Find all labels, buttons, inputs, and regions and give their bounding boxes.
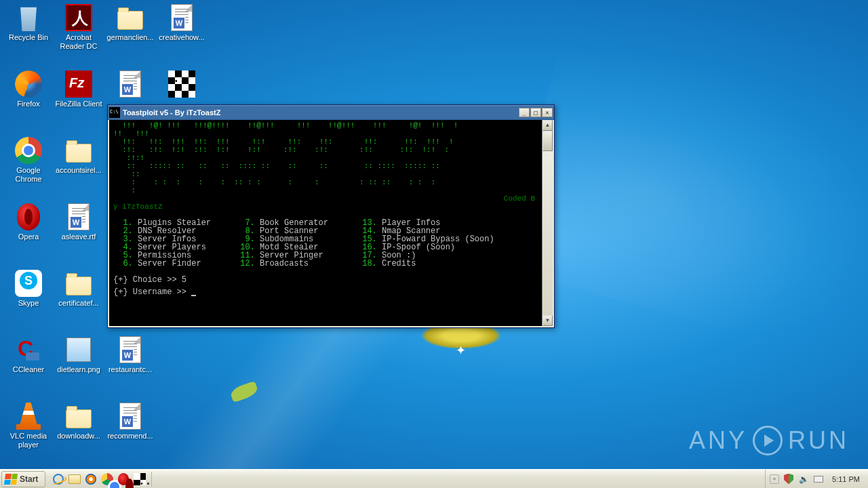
icon-label: VLC media player: [4, 432, 53, 449]
desktop-icon-chrome[interactable]: Google Chrome: [4, 137, 53, 183]
start-button[interactable]: Start: [1, 471, 45, 487]
taskbar-clock[interactable]: 5:11 PM: [828, 475, 864, 483]
windows-icon: [4, 474, 18, 485]
desktop-icon-certificatef[interactable]: certificatef...: [54, 270, 103, 308]
menu-item: 12. Broadcasts: [235, 260, 357, 268]
icon-label: Firefox: [4, 100, 53, 108]
watermark-text2: RUN: [788, 426, 849, 455]
start-label: Start: [20, 474, 38, 484]
ascii-art-line: :: ::::: :: :: :: :::: :: :: :: :: :::: …: [113, 162, 538, 170]
author-line: y iTzToastZ: [113, 203, 538, 211]
worddoc-icon: [117, 336, 144, 363]
desktop-icon-acrobat[interactable]: Acrobat Reader DC: [54, 4, 103, 50]
ascii-art-line: :!:!: [113, 154, 538, 162]
ascii-art-line: !!: !!: !!! !!: !!! !:! !!: !!: !!: !!: …: [113, 138, 538, 146]
ascii-art-line: :: [113, 186, 538, 195]
choice-prompt: {+} Choice >> 5: [113, 276, 538, 284]
ascii-art-line: : : : : : : :: : : : : : :: :: : : :: [113, 178, 538, 186]
explorer-icon: [68, 474, 81, 484]
console-scrollbar[interactable]: ▲ ▼: [542, 120, 553, 326]
icon-label: restaurantc...: [106, 365, 155, 374]
cmd-icon: [109, 107, 120, 118]
watermark-text1: ANY: [689, 426, 747, 455]
desktop-icon-checker[interactable]: [157, 70, 206, 100]
menu-item: 18. Credits: [357, 260, 493, 268]
menu-row: 6. Server Finder 12. Broadcasts 18. Cred…: [113, 260, 538, 268]
ql-wmp[interactable]: [83, 472, 98, 487]
window-title: Toastploit v5 - By iTzToastZ: [123, 108, 519, 117]
desktop-icon-recycle-bin[interactable]: Recycle Bin: [4, 4, 53, 42]
ql-chrome[interactable]: [100, 472, 115, 487]
worddoc-icon: [65, 203, 92, 230]
icon-label: Opera: [4, 232, 53, 241]
tray-shield-icon[interactable]: [783, 474, 794, 485]
close-button[interactable]: ✕: [542, 108, 553, 117]
worddoc-icon: [117, 403, 144, 430]
taskbar[interactable]: Start « 5:11 PM: [0, 469, 868, 488]
scroll-down-button[interactable]: ▼: [542, 315, 553, 326]
icon-label: asleave.rtf: [54, 232, 103, 241]
ascii-art-line: ::: [113, 170, 538, 178]
system-tray[interactable]: « 5:11 PM: [765, 470, 868, 489]
desktop-icon-skype[interactable]: Skype: [4, 270, 53, 308]
icon-label: FileZilla Client: [54, 100, 103, 108]
icon-label: creativehow...: [157, 33, 206, 42]
ascii-art-line: !!! !@! !!! !!!@!!!! !!@!!! !!! !!@!!! !…: [113, 121, 538, 129]
checker-icon: [168, 70, 195, 98]
desktop-icon-downloadw[interactable]: downloadw...: [54, 403, 103, 441]
scroll-thumb[interactable]: [542, 131, 553, 151]
desktop-icon-filezilla[interactable]: FileZilla Client: [54, 70, 103, 108]
folder-icon: [65, 403, 92, 430]
checker-icon: [134, 473, 146, 485]
icon-label: downloadw...: [54, 432, 103, 441]
username-prompt[interactable]: {+} Username >>: [113, 288, 538, 296]
desktop-icon-germanclien[interactable]: germanclien...: [106, 4, 155, 42]
ascii-art-line: :!: :!: !:! :!: !:! !:! :!: :!: :!: :!: …: [113, 146, 538, 154]
vlc-icon: [15, 403, 42, 430]
desktop-icon-opera[interactable]: Opera: [4, 203, 53, 241]
console-body[interactable]: !!! !@! !!! !!!@!!!! !!@!!! !!! !!@!!! !…: [109, 120, 553, 326]
folder-icon: [117, 4, 144, 31]
wmp-icon: [85, 474, 96, 485]
desktop-icon-recommend[interactable]: recommend...: [106, 403, 155, 441]
chrome-icon: [15, 137, 42, 164]
icon-label: dietlearn.png: [54, 365, 103, 374]
desktop-icon-ccleaner[interactable]: CCleaner: [4, 336, 53, 374]
filezilla-icon: [65, 70, 92, 98]
maximize-button[interactable]: □: [530, 108, 541, 117]
chrome-icon: [101, 473, 113, 485]
icon-label: Recycle Bin: [4, 33, 53, 42]
desktop-icon-restaurantc[interactable]: restaurantc...: [106, 336, 155, 374]
menu-item: 6. Server Finder: [113, 260, 235, 268]
icon-label: certificatef...: [54, 299, 103, 308]
ql-ie[interactable]: [51, 472, 66, 487]
folder-icon: [65, 137, 92, 164]
desktop-icon-firefox[interactable]: Firefox: [4, 70, 53, 108]
icon-label: CCleaner: [4, 365, 53, 374]
ccleaner-icon: [15, 336, 42, 363]
opera-icon: [118, 473, 129, 485]
scroll-up-button[interactable]: ▲: [542, 120, 553, 131]
icon-label: Google Chrome: [4, 166, 53, 183]
window-titlebar[interactable]: Toastploit v5 - By iTzToastZ _ □ ✕: [108, 105, 554, 120]
icon-label: germanclien...: [106, 33, 155, 42]
opera-icon: [15, 203, 42, 230]
ql-checker[interactable]: [132, 472, 147, 487]
ascii-art-line: !! !!!: [113, 129, 538, 138]
recycle-bin-icon: [15, 4, 42, 31]
desktop-icon-word1[interactable]: [106, 70, 155, 100]
ql-explorer[interactable]: [67, 472, 82, 487]
desktop-icon-accountsirel[interactable]: accountsirel...: [54, 137, 103, 175]
tray-flag-icon[interactable]: [813, 474, 824, 485]
quick-launch: [47, 472, 152, 487]
icon-label: Skype: [4, 299, 53, 308]
tray-expand-button[interactable]: «: [770, 474, 779, 484]
desktop-icon-asleave[interactable]: asleave.rtf: [54, 203, 103, 241]
console-window[interactable]: Toastploit v5 - By iTzToastZ _ □ ✕ !!! !…: [107, 104, 555, 328]
tray-volume-icon[interactable]: [798, 474, 809, 485]
desktop-icon-dietlearn[interactable]: dietlearn.png: [54, 336, 103, 374]
worddoc-icon: [117, 70, 144, 98]
desktop-icon-vlc[interactable]: VLC media player: [4, 403, 53, 449]
minimize-button[interactable]: _: [519, 108, 530, 117]
desktop-icon-creativehow[interactable]: creativehow...: [157, 4, 206, 42]
